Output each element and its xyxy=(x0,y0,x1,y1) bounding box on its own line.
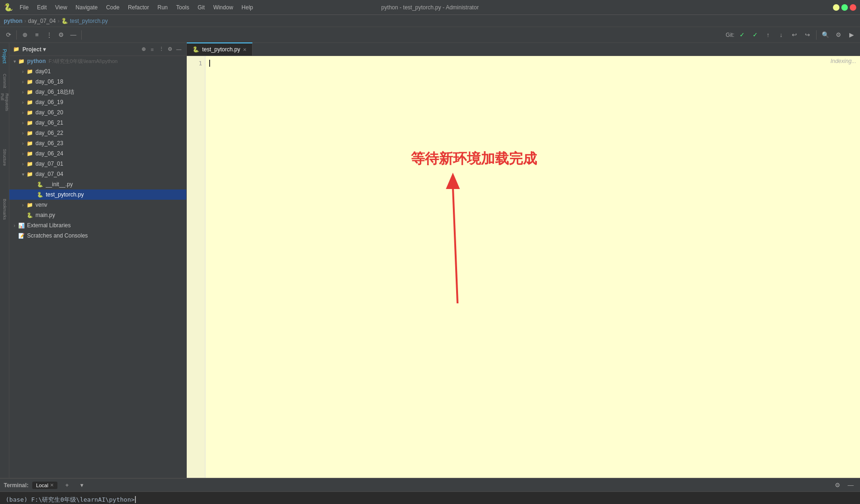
terminal-content[interactable]: (base) F:\研究生0年级\learnAI\python> xyxy=(0,492,860,504)
git-check2[interactable]: ✓ xyxy=(749,29,761,41)
editor-content[interactable]: 1 Indexing... 等待新环境加载完成 xyxy=(187,56,860,478)
editor-area: 🐍 test_pytorch.py ✕ 1 Indexing... 等待新环境加… xyxy=(187,43,860,478)
tree-day0621[interactable]: › 📁 day_06_21 xyxy=(9,118,186,128)
terminal-prompt-text: (base) F:\研究生0年级\learnAI\python> xyxy=(6,496,134,503)
tab-close-btn[interactable]: ✕ xyxy=(243,47,247,52)
project-panel: 📁 Project ▾ ⊕ ≡ ⋮ ⚙ — ▾ 📁 python F:\研究生0… xyxy=(9,43,187,478)
terminal-dropdown[interactable]: ▾ xyxy=(76,480,87,491)
menu-refactor[interactable]: Refactor xyxy=(124,3,153,12)
panel-icon-close[interactable]: — xyxy=(175,46,183,53)
tree-init-py[interactable]: 🐍 __init__.py xyxy=(9,179,186,189)
term-tab-close[interactable]: ✕ xyxy=(50,483,54,488)
menu-view[interactable]: View xyxy=(51,3,71,12)
toolbar-sync[interactable]: ⟳ xyxy=(3,29,14,41)
panel-icon-collapse[interactable]: ≡ xyxy=(148,46,156,53)
git-check1[interactable]: ✓ xyxy=(736,29,747,41)
git-undo[interactable]: ↩ xyxy=(789,29,800,41)
breadcrumb-file[interactable]: 🐍 test_pytorch.py xyxy=(61,18,108,24)
menu-help[interactable]: Help xyxy=(238,3,257,12)
toolbar-expand[interactable]: ⋮ xyxy=(43,29,55,41)
code-editor[interactable] xyxy=(205,56,860,478)
menu-navigate[interactable]: Navigate xyxy=(72,3,101,12)
toolbar-search[interactable]: 🔍 xyxy=(820,29,831,41)
toolbar-navigate-all[interactable]: ⊕ xyxy=(19,29,30,41)
tree-venv[interactable]: › 📁 venv xyxy=(9,200,186,210)
terminal-prompt: (base) F:\研究生0年级\learnAI\python> xyxy=(6,496,854,504)
python-icon-test: 🐍 xyxy=(36,191,44,198)
tree-scratches[interactable]: 📝 Scratches and Consoles xyxy=(9,231,186,241)
tree-day0623[interactable]: › 📁 day_06_23 xyxy=(9,138,186,148)
menu-tools[interactable]: Tools xyxy=(172,3,193,12)
toolbar-minimize[interactable]: — xyxy=(68,29,79,41)
menu-file[interactable]: File xyxy=(16,3,32,12)
tree-day0704[interactable]: ▾ 📁 day_07_04 xyxy=(9,169,186,179)
toolbar-run2[interactable]: ▶ xyxy=(846,29,857,41)
project-panel-title: Project ▾ xyxy=(22,46,137,53)
tree-day0619[interactable]: › 📁 day_06_19 xyxy=(9,97,186,107)
tree-day0622[interactable]: › 📁 day_06_22 xyxy=(9,128,186,138)
chevron-day01: › xyxy=(20,69,26,74)
tree-label-day0621: day_06_21 xyxy=(35,119,63,126)
tree-day0701[interactable]: › 📁 day_07_01 xyxy=(9,159,186,169)
window-controls: – □ ✕ xyxy=(833,4,856,11)
breadcrumb-python[interactable]: python xyxy=(4,18,22,24)
close-button[interactable]: ✕ xyxy=(850,4,856,11)
git-push[interactable]: ↑ xyxy=(762,29,774,41)
sidebar-structure-icon[interactable]: Structure xyxy=(0,146,9,169)
chevron-day0701: › xyxy=(20,161,26,167)
sidebar-project-icon[interactable]: Project xyxy=(0,45,9,68)
terminal-hide[interactable]: — xyxy=(845,480,856,491)
menu-edit[interactable]: Edit xyxy=(33,3,50,12)
tree-day0618summary[interactable]: › 📁 day_06_18总结 xyxy=(9,87,186,97)
tree-test-pytorch[interactable]: 🐍 test_pytorch.py xyxy=(9,189,186,200)
folder-icon-day01: 📁 xyxy=(26,68,34,75)
toolbar-settings[interactable]: ⚙ xyxy=(56,29,67,41)
tree-label-main: main.py xyxy=(35,212,55,218)
editor-tab-test[interactable]: 🐍 test_pytorch.py ✕ xyxy=(187,42,253,56)
menu-run[interactable]: Run xyxy=(154,3,171,12)
tree-main-py[interactable]: 🐍 main.py xyxy=(9,210,186,220)
git-redo[interactable]: ↪ xyxy=(802,29,813,41)
menu-code[interactable]: Code xyxy=(102,3,123,12)
tree-day0620[interactable]: › 📁 day_06_20 xyxy=(9,107,186,118)
chevron-day0704: ▾ xyxy=(20,172,26,177)
tree-day01[interactable]: › 📁 day01 xyxy=(9,66,186,77)
panel-icon-sync[interactable]: ⊕ xyxy=(140,46,147,53)
tree-label-day0620: day_06_20 xyxy=(35,109,63,116)
folder-icon-day0704: 📁 xyxy=(26,170,34,178)
terminal-settings[interactable]: ⚙ xyxy=(832,480,843,491)
tree-label-test: test_pytorch.py xyxy=(46,191,84,198)
terminal-tab-local[interactable]: Local ✕ xyxy=(32,482,57,489)
tree-label-day0704: day_07_04 xyxy=(35,171,63,177)
terminal-header-icons: ⚙ — xyxy=(832,480,856,491)
console-icon: 📝 xyxy=(18,232,25,239)
git-pull[interactable]: ↓ xyxy=(775,29,787,41)
panel-icon-expand[interactable]: ⋮ xyxy=(157,46,165,53)
tree-day0624[interactable]: › 📁 day_06_24 xyxy=(9,148,186,159)
breadcrumb-day[interactable]: day_07_04 xyxy=(28,18,56,24)
toolbar-collapse[interactable]: ≡ xyxy=(31,29,42,41)
project-panel-header: 📁 Project ▾ ⊕ ≡ ⋮ ⚙ — xyxy=(9,43,186,56)
folder-icon-root: 📁 xyxy=(18,57,25,65)
git-label: Git: xyxy=(726,32,734,38)
maximize-button[interactable]: □ xyxy=(841,4,848,11)
tree-ext-libs[interactable]: › 📊 External Libraries xyxy=(9,220,186,231)
tree-label-day0618s: day_06_18总结 xyxy=(35,88,74,96)
minimize-button[interactable]: – xyxy=(833,4,839,11)
menu-window[interactable]: Window xyxy=(210,3,237,12)
sidebar-bookmarks-icon[interactable]: Bookmarks xyxy=(0,198,9,221)
toolbar-settings2[interactable]: ⚙ xyxy=(833,29,844,41)
sidebar-commit-icon[interactable]: Commit xyxy=(0,69,9,92)
tree-root-python[interactable]: ▾ 📁 python F:\研究生0年级\learnAI\python xyxy=(9,56,186,66)
window-title: python - test_pytorch.py - Administrator xyxy=(381,4,479,11)
tree-day0618[interactable]: › 📁 day_06_18 xyxy=(9,77,186,87)
terminal-add-tab[interactable]: + xyxy=(61,480,72,491)
tree-label-day0618: day_06_18 xyxy=(35,78,63,85)
editor-indexing-status: Indexing... xyxy=(831,58,856,64)
term-tab-label: Local xyxy=(36,483,48,488)
chevron-venv: › xyxy=(20,203,26,208)
sidebar-pullreq-icon[interactable]: Pull Requests xyxy=(0,93,9,117)
panel-icon-settings[interactable]: ⚙ xyxy=(166,46,174,53)
chevron-day0621: › xyxy=(20,120,26,126)
menu-git[interactable]: Git xyxy=(194,3,208,12)
